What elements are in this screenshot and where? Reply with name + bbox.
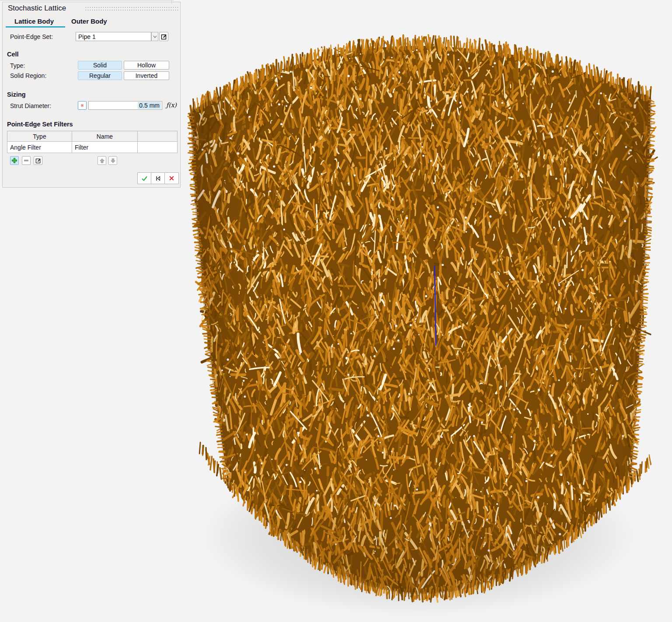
edit-pencil-icon [161,34,167,40]
checkmark-icon [141,175,148,182]
point-edge-set-value: Pipe 1 [78,33,96,40]
filters-col-type[interactable]: Type [7,131,72,142]
point-edge-set-label: Point-Edge Set: [10,33,53,40]
remove-filter-button[interactable] [22,156,31,165]
tab-outer-body[interactable]: Outer Body [71,17,107,25]
filter-row-name: Filter [72,142,138,153]
panel-drag-handle[interactable] [85,6,178,11]
filters-section-heading: Point-Edge Set Filters [7,121,73,128]
sizing-section-heading: Sizing [7,91,26,98]
active-tab-underline [6,26,65,28]
tab-lattice-body[interactable]: Lattice Body [14,17,54,25]
strut-diameter-value: 0.5 mm [138,102,161,109]
type-label: Type: [10,62,25,69]
strut-diameter-pick-button[interactable] [78,101,87,110]
edit-point-edge-set-button[interactable] [159,32,168,41]
solid-region-label: Solid Region: [10,72,46,79]
fx-expression-button[interactable]: ƒ(x) [166,101,177,108]
type-solid-button[interactable]: Solid [78,61,122,70]
add-filter-button[interactable] [10,156,19,165]
move-filter-down-button[interactable] [108,156,117,165]
filters-table: Type Name Angle Filter Filter [7,131,178,153]
bar-left-triangle-icon [155,175,161,182]
minus-icon [24,158,29,163]
dimension-target-icon [81,102,84,108]
arrow-up-icon [99,158,105,164]
region-inverted-button[interactable]: Inverted [124,71,169,80]
cell-section-heading: Cell [7,51,19,58]
cancel-button[interactable] [164,172,179,184]
close-x-icon [169,175,174,181]
window-edge-artifact [0,0,174,0]
filters-col-name[interactable]: Name [72,131,138,142]
strut-diameter-label: Strut Diameter: [10,102,51,109]
type-hollow-button[interactable]: Hollow [124,61,169,70]
arrow-down-icon [110,158,116,164]
plus-icon [11,157,17,164]
filters-col-extra[interactable] [138,131,178,142]
stochastic-lattice-dialog: Stochastic Lattice Lattice Body Outer Bo… [2,2,181,188]
ok-button[interactable] [137,172,151,184]
edit-pencil-icon [35,158,41,164]
window-edge-artifact-tick [171,0,172,4]
filter-row-type: Angle Filter [7,142,72,153]
region-regular-button[interactable]: Regular [78,71,122,80]
dialog-title: Stochastic Lattice [8,4,66,13]
filters-header-row: Type Name [7,131,178,142]
filter-row-extra [138,142,178,153]
apply-reset-button[interactable] [151,172,165,184]
edit-filter-button[interactable] [34,156,42,165]
filter-row[interactable]: Angle Filter Filter [7,142,178,153]
point-edge-set-select[interactable]: Pipe 1 [76,32,151,41]
move-filter-up-button[interactable] [97,156,106,165]
strut-diameter-input[interactable]: 0.5 mm [88,101,162,110]
point-edge-set-dropdown-button[interactable] [151,32,158,41]
chevron-down-icon [153,35,157,38]
